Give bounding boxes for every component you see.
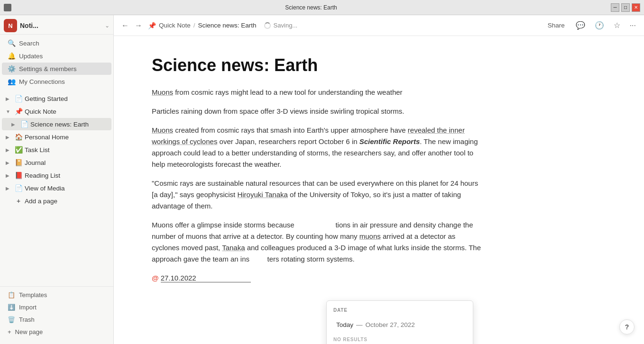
help-button[interactable]: ?	[619, 319, 635, 335]
today-dash: —	[356, 320, 363, 330]
sidebar-item-search[interactable]: 🔍 Search	[2, 37, 111, 49]
sidebar-item-add-page[interactable]: ▶ + Add a page	[2, 195, 111, 207]
workspace-chevron-icon: ⌄	[105, 22, 110, 29]
doc-icon: 📄	[20, 120, 28, 128]
connections-label: My Connections	[19, 78, 65, 85]
item-label: Reading List	[25, 172, 108, 179]
updates-label: Updates	[19, 53, 43, 60]
sidebar-item-personal-home[interactable]: ▶ 🏠 Personal Home	[2, 131, 111, 143]
app-icon	[4, 4, 11, 11]
item-label: Task List	[25, 146, 108, 154]
saving-text: Saving...	[274, 22, 298, 29]
sidebar-item-reading-list[interactable]: ▶ 📕 Reading List	[2, 169, 111, 181]
paragraph-5: Muons offer a glimpse inside storms beca…	[152, 219, 484, 265]
check-icon: ✅	[14, 145, 23, 154]
templates-icon: 📋	[8, 291, 15, 299]
item-label: View of Media	[25, 185, 108, 192]
sidebar-item-templates[interactable]: 📋 Templates	[2, 289, 111, 301]
chevron-icon: ▶	[6, 147, 12, 153]
maximize-button[interactable]: □	[621, 3, 630, 12]
window-controls[interactable]: ─ □ ✕	[611, 3, 640, 12]
pin-icon: 📌	[148, 22, 156, 29]
sidebar-item-journal[interactable]: ▶ 📔 Journal	[2, 156, 111, 169]
paragraph-2-text: Particles raining down from space offer …	[152, 107, 404, 115]
media-icon: 📄	[14, 184, 23, 192]
history-icon[interactable]: 🕐	[592, 19, 607, 31]
page-content: Science news: Earth Muons from cosmic ra…	[114, 36, 644, 344]
saving-indicator: Saving...	[264, 22, 298, 29]
sidebar-item-task-list[interactable]: ▶ ✅ Task List	[2, 144, 111, 156]
sidebar-item-trash[interactable]: 🗑️ Trash	[2, 314, 111, 326]
sidebar-item-view-of-media[interactable]: ▶ 📄 View of Media	[2, 182, 111, 194]
sidebar-item-import[interactable]: ⬇️ Import	[2, 301, 111, 313]
paragraph-2: Particles raining down from space offer …	[152, 106, 484, 117]
date-popup-label: DATE	[333, 307, 466, 314]
sidebar: N Noti... ⌄ 🔍 Search 🔔 Updates ⚙️ Settin…	[0, 15, 114, 344]
item-label: Quick Note	[25, 108, 108, 115]
import-icon: ⬇️	[8, 304, 15, 311]
new-page-label: New page	[15, 328, 43, 335]
sidebar-footer: 📋 Templates ⬇️ Import 🗑️ Trash + New pag…	[0, 286, 113, 340]
sidebar-item-new-page[interactable]: + New page	[2, 326, 111, 338]
page-body: Muons from cosmic rays might lead to a n…	[152, 87, 484, 284]
updates-icon: 🔔	[8, 52, 15, 60]
muons-link-2[interactable]: Muons	[152, 126, 173, 134]
journal-icon: 📔	[14, 158, 23, 167]
page-icon: 📄	[14, 94, 23, 103]
trash-label: Trash	[19, 316, 35, 323]
breadcrumb: 📌 Quick Note / Science news: Earth	[148, 22, 257, 29]
item-label: Personal Home	[25, 134, 108, 141]
tanaka-link-2[interactable]: Tanaka	[222, 244, 245, 252]
toolbar: ← → 📌 Quick Note / Science news: Earth S…	[114, 15, 644, 36]
workspace-header[interactable]: N Noti... ⌄	[0, 15, 113, 35]
share-button[interactable]: Share	[544, 20, 569, 31]
chevron-icon: ▶	[6, 173, 12, 178]
chevron-icon: ▶	[6, 135, 12, 140]
book-icon: 📕	[14, 171, 23, 180]
today-label: Today	[336, 320, 353, 330]
item-label: Getting Started	[25, 95, 108, 102]
no-results-label: NO RESULTS	[333, 336, 466, 344]
back-button[interactable]: ←	[120, 20, 131, 31]
more-options-icon[interactable]: ···	[627, 20, 638, 31]
sidebar-nav: ▶ 📄 Getting Started ▼ 📌 Quick Note ▶ 📄 S…	[0, 90, 113, 209]
sidebar-item-updates[interactable]: 🔔 Updates	[2, 50, 111, 62]
sidebar-item-quick-note[interactable]: ▼ 📌 Quick Note	[2, 105, 111, 118]
comment-icon[interactable]: 💬	[573, 19, 588, 31]
chevron-icon: ▶	[6, 160, 12, 165]
forward-button[interactable]: →	[133, 20, 144, 31]
chevron-icon: ▶	[6, 186, 12, 191]
toolbar-right: Share 💬 🕐 ☆ ···	[544, 19, 638, 31]
home-icon: 🏠	[14, 133, 23, 141]
date-mention: @	[152, 272, 484, 284]
trash-icon: 🗑️	[8, 316, 15, 323]
tanaka-link-1[interactable]: Hiroyuki Tanaka	[237, 190, 287, 199]
page-title: Science news: Earth	[152, 55, 606, 75]
at-symbol: @	[152, 272, 159, 284]
settings-icon: ⚙️	[8, 65, 15, 72]
muons-link-1[interactable]: Muons	[152, 88, 173, 96]
close-button[interactable]: ✕	[632, 3, 640, 12]
sidebar-item-science-news[interactable]: ▶ 📄 Science news: Earth	[2, 118, 111, 130]
breadcrumb-parent[interactable]: Quick Note	[159, 22, 191, 29]
breadcrumb-current: Science news: Earth	[198, 22, 257, 29]
item-label: Add a page	[25, 198, 108, 205]
content-wrapper: ← → 📌 Quick Note / Science news: Earth S…	[114, 15, 644, 344]
sidebar-item-settings[interactable]: ⚙️ Settings & members	[2, 63, 111, 75]
today-date: October 27, 2022	[366, 320, 415, 330]
pin-icon: 📌	[14, 107, 23, 116]
templates-label: Templates	[19, 291, 47, 299]
new-page-icon: +	[8, 328, 11, 335]
date-popup-today-item[interactable]: Today — October 27, 2022	[333, 318, 466, 332]
paragraph-3: Muons created from cosmic rays that smas…	[152, 125, 484, 170]
sidebar-item-getting-started[interactable]: ▶ 📄 Getting Started	[2, 92, 111, 105]
window-title: Science news: Earth	[15, 4, 607, 11]
search-label: Search	[19, 40, 39, 47]
saving-spinner	[264, 22, 271, 29]
favorite-icon[interactable]: ☆	[611, 19, 623, 31]
date-input[interactable]	[161, 274, 251, 282]
paragraph-4: "Cosmic rays are sustainable natural res…	[152, 178, 484, 212]
sidebar-item-connections[interactable]: 👥 My Connections	[2, 75, 111, 88]
minimize-button[interactable]: ─	[611, 3, 619, 12]
muons-link-3[interactable]: muons	[359, 232, 381, 240]
